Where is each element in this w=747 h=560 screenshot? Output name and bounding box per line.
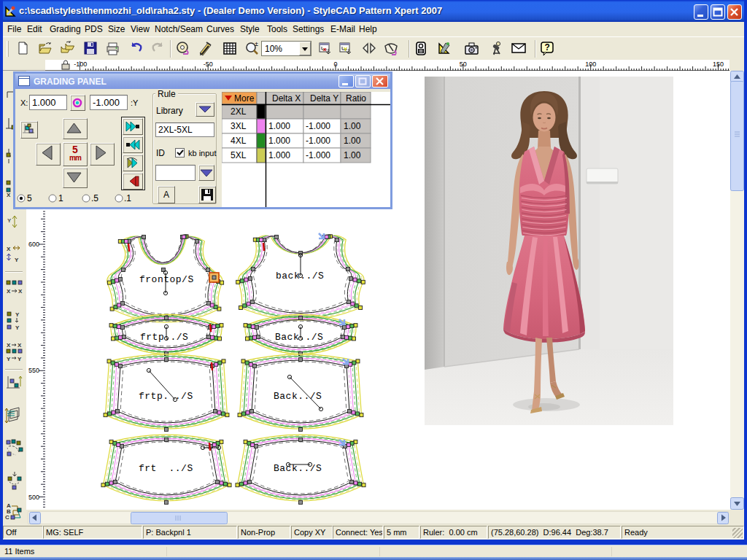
svg-text:-50: -50 (204, 61, 213, 68)
svg-text:?: ? (545, 42, 550, 52)
svg-text:-1.000: -1.000 (306, 136, 330, 146)
svg-text:X: X (7, 342, 11, 349)
svg-text:-100: -100 (74, 61, 87, 68)
svg-text:Y: Y (15, 324, 20, 331)
svg-text:150: 150 (713, 61, 724, 68)
svg-text:50: 50 (460, 61, 467, 68)
svg-text:Delta X: Delta X (272, 93, 301, 104)
svg-text:Y: Y (18, 356, 22, 362)
svg-text:X: X (18, 288, 23, 295)
svg-text:frtp../S: frtp../S (140, 332, 188, 343)
svg-text:600: 600 (28, 241, 39, 248)
svg-text:Y: Y (7, 356, 11, 362)
svg-text:X: X (7, 246, 11, 252)
svg-text:Y: Y (15, 257, 19, 263)
svg-text:back../S: back../S (276, 271, 324, 281)
svg-text:Ratio: Ratio (346, 93, 366, 104)
svg-text:frtp. ./S: frtp. ./S (139, 391, 193, 402)
svg-text:0: 0 (333, 61, 337, 68)
svg-text:C: C (5, 514, 9, 521)
svg-text:Y: Y (15, 311, 20, 318)
svg-text:100: 100 (585, 61, 596, 68)
svg-text:Y: Y (344, 46, 348, 52)
svg-text:Back../S: Back../S (275, 332, 323, 343)
svg-text:-1.000: -1.000 (306, 150, 330, 160)
svg-text:Y: Y (7, 217, 12, 224)
svg-text:More: More (234, 93, 255, 104)
svg-text:5XL: 5XL (231, 150, 247, 160)
svg-text:1.000: 1.000 (268, 136, 290, 146)
svg-text:1.00: 1.00 (344, 136, 361, 146)
svg-text:±: ± (255, 40, 258, 47)
svg-text:500: 500 (28, 494, 39, 501)
svg-text:X: X (7, 192, 11, 198)
svg-text:X: X (18, 342, 22, 349)
svg-text:X: X (7, 288, 11, 295)
svg-text:x: x (323, 46, 327, 52)
svg-text:3XL: 3XL (231, 121, 247, 131)
svg-text:4XL: 4XL (231, 136, 247, 146)
svg-text:Delta Y: Delta Y (310, 93, 338, 104)
svg-text:Back../S: Back../S (274, 391, 322, 402)
svg-text:1.000: 1.000 (268, 150, 290, 160)
svg-text:1.000: 1.000 (268, 121, 290, 131)
svg-text:frontop/S: frontop/S (139, 274, 194, 285)
svg-text:2XL: 2XL (231, 106, 247, 117)
svg-text:Back../S: Back../S (274, 463, 322, 474)
svg-text:1.00: 1.00 (344, 121, 361, 131)
svg-text:1.00: 1.00 (344, 150, 361, 160)
svg-text:-1.000: -1.000 (306, 121, 330, 131)
svg-text:frt ../S: frt ../S (139, 463, 193, 474)
svg-text:550: 550 (28, 367, 39, 374)
